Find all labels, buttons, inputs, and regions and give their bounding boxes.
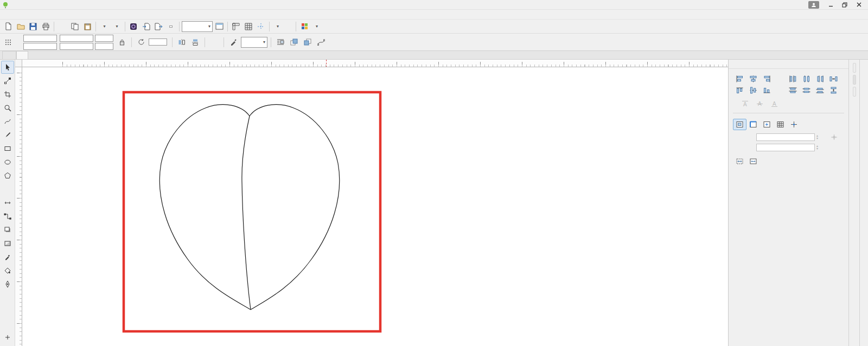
- distribute-top-button[interactable]: [786, 85, 800, 96]
- new-document-button[interactable]: [2, 21, 14, 33]
- show-grid-button[interactable]: [242, 21, 254, 33]
- align-x-spinner[interactable]: ▴▾: [816, 134, 818, 140]
- dimension-tool[interactable]: [1, 196, 14, 209]
- align-right-button[interactable]: [760, 73, 774, 85]
- paste-button[interactable]: [81, 21, 93, 33]
- object-width-field[interactable]: [60, 35, 93, 42]
- zoom-level-select[interactable]: ▾: [182, 21, 213, 32]
- zoom-tool[interactable]: [1, 101, 14, 114]
- align-x-field[interactable]: [756, 133, 815, 141]
- mirror-horizontal-button[interactable]: [176, 36, 188, 48]
- align-center-h-button[interactable]: [746, 73, 760, 85]
- artistic-media-tool[interactable]: [1, 129, 14, 142]
- red-rectangle-shape[interactable]: [124, 92, 380, 331]
- convert-to-curves-button[interactable]: [315, 36, 327, 48]
- scale-h-field[interactable]: [95, 35, 113, 42]
- minimize-button[interactable]: [824, 1, 838, 9]
- y-position-field[interactable]: [23, 43, 57, 50]
- to-back-button[interactable]: [302, 36, 314, 48]
- text-align-bounding-button[interactable]: A: [768, 98, 781, 110]
- distribute-bottom-button[interactable]: [813, 85, 827, 96]
- restore-button[interactable]: [838, 1, 852, 9]
- tab-untitled-1[interactable]: [16, 51, 28, 59]
- mirror-vertical-button[interactable]: [189, 36, 201, 48]
- to-front-button[interactable]: [288, 36, 300, 48]
- align-to-specified-point-button[interactable]: [787, 119, 801, 130]
- freehand-tool[interactable]: [1, 115, 14, 128]
- align-bottom-button[interactable]: [760, 85, 774, 96]
- redo-button[interactable]: ▾: [111, 21, 123, 33]
- distribute-middle-v-button[interactable]: [800, 85, 813, 96]
- search-content-button[interactable]: [127, 21, 139, 33]
- export-button[interactable]: [152, 21, 164, 33]
- print-button[interactable]: [40, 21, 52, 33]
- open-button[interactable]: [15, 21, 27, 33]
- distribute-to-page-button[interactable]: [746, 156, 760, 167]
- distribute-center-h-button[interactable]: [800, 73, 813, 85]
- specify-point-button[interactable]: [827, 131, 841, 143]
- connector-tool[interactable]: [1, 210, 14, 223]
- lock-ratio-button[interactable]: [116, 36, 128, 48]
- text-align-first-line-button[interactable]: A: [738, 98, 752, 110]
- basic-shape-heart-button[interactable]: [208, 36, 220, 48]
- ruler-origin-corner[interactable]: [15, 60, 22, 67]
- align-to-grid-button[interactable]: [774, 119, 787, 130]
- show-guidelines-button[interactable]: [255, 21, 267, 33]
- rectangle-tool[interactable]: [1, 142, 14, 155]
- snap-to-dropdown[interactable]: ▾: [272, 21, 281, 32]
- close-button[interactable]: [852, 1, 866, 9]
- align-y-field[interactable]: [756, 144, 815, 151]
- heart-shape[interactable]: [159, 105, 340, 310]
- copy-button[interactable]: [69, 21, 81, 33]
- position-grid-icon[interactable]: [2, 36, 14, 48]
- drop-shadow-tool[interactable]: [1, 223, 14, 236]
- distribute-spacing-v-button[interactable]: [827, 85, 840, 96]
- launch-dropdown[interactable]: ▾: [311, 21, 320, 32]
- distribute-to-selection-button[interactable]: [733, 156, 746, 167]
- publish-pdf-button[interactable]: [165, 21, 177, 33]
- cut-button[interactable]: [56, 21, 68, 33]
- shape-tool[interactable]: [1, 74, 14, 87]
- show-rulers-button[interactable]: [230, 21, 242, 33]
- application-launcher-icon[interactable]: [298, 21, 310, 33]
- interactive-fill-tool[interactable]: [1, 264, 14, 277]
- align-middle-v-button[interactable]: [746, 85, 760, 96]
- align-left-button[interactable]: [733, 73, 746, 85]
- transparency-tool[interactable]: [1, 237, 14, 250]
- add-tool-button[interactable]: [1, 331, 14, 344]
- pick-tool[interactable]: [1, 61, 14, 74]
- ellipse-tool[interactable]: [1, 156, 14, 169]
- text-tool[interactable]: [1, 183, 14, 196]
- import-button[interactable]: [140, 21, 152, 33]
- docker-tab-object-properties[interactable]: [853, 63, 856, 73]
- docker-tab-insert-character[interactable]: [853, 87, 856, 97]
- distribute-spacing-h-button[interactable]: [827, 73, 840, 85]
- polygon-tool[interactable]: [1, 169, 14, 182]
- wrap-text-button[interactable]: [275, 36, 286, 48]
- sign-in-icon[interactable]: [808, 1, 819, 9]
- drawing-canvas[interactable]: [22, 67, 728, 346]
- options-button[interactable]: [282, 21, 293, 33]
- v-ruler[interactable]: [15, 67, 22, 346]
- align-top-button[interactable]: [733, 85, 746, 96]
- distribute-right-button[interactable]: [813, 73, 827, 85]
- undo-button[interactable]: ▾: [98, 21, 110, 33]
- align-to-page-edge-button[interactable]: [746, 119, 760, 130]
- tab-welcome-screen[interactable]: [2, 51, 16, 59]
- align-to-active-objects-button[interactable]: [733, 119, 746, 130]
- outline-pen-tool[interactable]: [1, 278, 14, 291]
- align-y-spinner[interactable]: ▴▾: [816, 145, 818, 150]
- distribute-left-button[interactable]: [786, 73, 800, 85]
- object-height-field[interactable]: [60, 43, 93, 50]
- fullscreen-preview-button[interactable]: [213, 21, 225, 33]
- crop-tool[interactable]: [1, 88, 14, 101]
- text-align-baseline-button[interactable]: A: [753, 98, 767, 110]
- align-to-page-center-button[interactable]: [760, 119, 774, 130]
- outline-width-select[interactable]: ▾: [241, 37, 267, 48]
- docker-tab-align-distribute[interactable]: [853, 75, 856, 85]
- color-eyedropper-tool[interactable]: [1, 251, 14, 264]
- scale-v-field[interactable]: [95, 43, 113, 50]
- save-button[interactable]: [27, 21, 39, 33]
- rotation-angle-field[interactable]: [149, 39, 167, 46]
- h-ruler[interactable]: [22, 60, 728, 67]
